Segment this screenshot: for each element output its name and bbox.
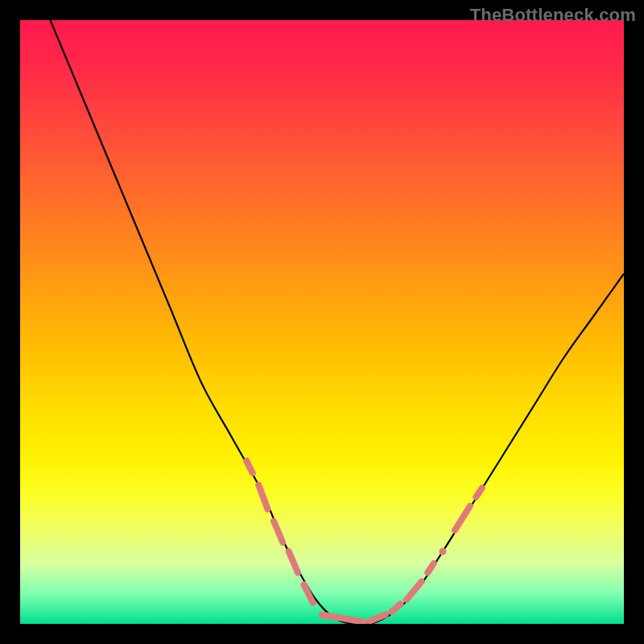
marker-segment bbox=[370, 615, 386, 621]
chart-svg bbox=[20, 20, 624, 624]
marker-segment bbox=[289, 551, 298, 572]
chart-frame: TheBottleneck.com bbox=[0, 0, 644, 644]
marker-segment bbox=[322, 615, 365, 622]
plot-area bbox=[20, 20, 624, 624]
marker-dot bbox=[440, 548, 447, 555]
marker-segment bbox=[427, 564, 434, 572]
marker-segment bbox=[304, 584, 313, 603]
bottleneck-curve bbox=[51, 20, 625, 624]
marker-segment bbox=[258, 485, 267, 510]
marker-group bbox=[246, 461, 482, 622]
marker-segment bbox=[274, 522, 283, 543]
marker-segment bbox=[455, 506, 470, 530]
marker-segment bbox=[476, 488, 482, 497]
marker-segment bbox=[391, 604, 400, 612]
marker-segment bbox=[407, 582, 422, 601]
marker-segment bbox=[246, 461, 253, 473]
watermark-label: TheBottleneck.com bbox=[470, 5, 636, 26]
